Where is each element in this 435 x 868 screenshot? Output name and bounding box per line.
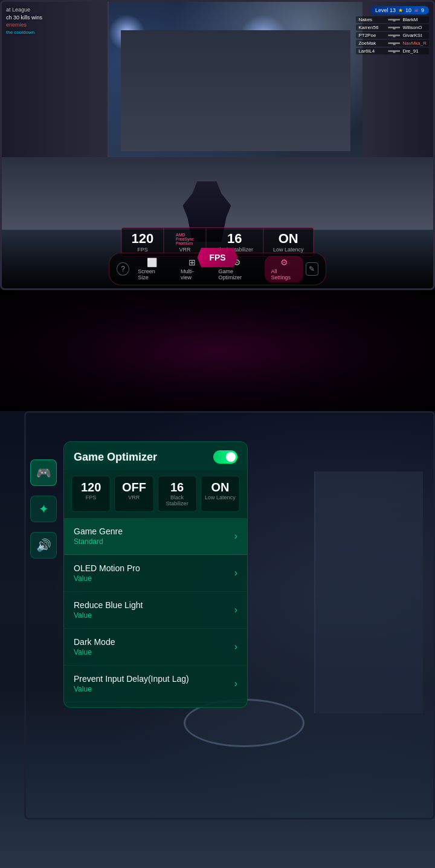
oled-motion-pro-name: OLED Motion Pro (74, 563, 140, 573)
screen-size-label: Screen Size (138, 268, 166, 280)
qs-fps: 120 FPS (71, 476, 111, 512)
menu-item-dark-mode[interactable]: Dark Mode Value › (64, 629, 247, 666)
bottom-game-section: 🎮 ✦ 🔊 Game Optimizer 120 FPS OFF VRR 16 … (0, 411, 435, 868)
qs-vrr: OFF VRR (114, 476, 153, 512)
score-row: Karren56 WillsonO (356, 24, 429, 31)
latency-label: Low Latency (273, 247, 304, 253)
menu-item-reduce-blue-light[interactable]: Reduce Blue Light Value › (64, 592, 247, 629)
dark-mode-name: Dark Mode (74, 637, 115, 647)
all-settings-label: All Settings (271, 268, 297, 280)
score-name: Nakes (358, 17, 385, 22)
score-row: Nakes BlarkM (356, 16, 429, 23)
score-kills: WillsonO (402, 25, 422, 30)
score-kills: NavMka_R (402, 40, 427, 46)
menu-section: Game Genre Standard › OLED Motion Pro Va… (64, 518, 247, 707)
score-name: ZoeMak (358, 40, 385, 46)
level-badge: Level 13 ★ 10 ☠ 9 (370, 6, 429, 15)
vrr-brand: AMDFreeSyncPremium (176, 233, 194, 245)
qs-black-stabilizer: 16 Black Stabilizer (158, 476, 197, 512)
score-kills: Dre_91 (402, 48, 418, 54)
dark-mode-chevron: › (234, 641, 237, 652)
qs-ll-label: Low Latency (204, 494, 237, 500)
oled-motion-pro-value: Value (74, 574, 140, 583)
sidebar-settings-icon[interactable]: ✦ (30, 496, 57, 522)
screen-size-icon: ⬜ (147, 257, 157, 267)
oled-motion-pro-chevron: › (234, 568, 237, 578)
dark-mode-value: Value (74, 648, 115, 656)
screen-size-button[interactable]: ⬜ Screen Size (132, 256, 172, 282)
multiview-label: Multi-view (181, 268, 204, 280)
menu-item-game-genre[interactable]: Game Genre Standard › (64, 518, 247, 555)
sidebar-volume-icon[interactable]: 🔊 (30, 532, 57, 559)
fps-stat: 120 FPS (121, 228, 164, 256)
qs-vrr-label: VRR (117, 494, 150, 500)
score-name: Karren56 (358, 25, 385, 30)
top-game-section: at League ch 30 kills wins enemies the c… (0, 0, 435, 290)
game-genre-chevron: › (234, 531, 237, 542)
qs-fps-label: FPS (74, 494, 108, 500)
menu-item-prevent-input-delay[interactable]: Prevent Input Delay(Input Lag) Value › (64, 666, 247, 702)
middle-divider (0, 290, 435, 411)
all-settings-button[interactable]: ⚙ All Settings (265, 256, 303, 282)
menu-item-oled-left: OLED Motion Pro Value (74, 563, 140, 583)
optimizer-panel: Game Optimizer 120 FPS OFF VRR 16 Black … (63, 441, 248, 708)
cooldown-text: the cooldown (6, 29, 42, 36)
game-genre-value: Standard (74, 537, 123, 546)
scoreboard: Nakes BlarkM Karren56 WillsonO PT2Poe Gi… (356, 16, 429, 54)
score-kills: GivarKSt (402, 33, 422, 38)
bs-value: 16 (227, 232, 242, 245)
sidebar: 🎮 ✦ 🔊 (30, 459, 57, 559)
all-settings-icon: ⚙ (280, 257, 288, 267)
star-icon: ★ (398, 7, 403, 13)
skull-icon: ☠ (414, 7, 419, 13)
menu-item-rbl-left: Reduce Blue Light Value (74, 600, 143, 620)
fps-center-badge: FPS (197, 248, 237, 267)
gun-icon (388, 26, 400, 30)
gun-icon (388, 18, 400, 22)
skull-count: 9 (421, 7, 424, 13)
game-genre-name: Game Genre (74, 526, 123, 536)
vrr-label: VRR (179, 247, 190, 253)
score-kills: BlarkM (402, 17, 417, 22)
qs-low-latency: ON Low Latency (201, 476, 240, 512)
prevent-input-delay-chevron: › (234, 678, 237, 689)
league-text: at League (6, 6, 42, 14)
sidebar-gamepad-icon[interactable]: 🎮 (30, 459, 57, 486)
kills-text: ch 30 kills wins (6, 14, 42, 22)
reduce-blue-light-name: Reduce Blue Light (74, 600, 143, 610)
qs-ll-value: ON (204, 481, 237, 493)
score-row: PT2Poe GivarKSt (356, 32, 429, 39)
score-row: Lar6lL4 Dre_91 (356, 48, 429, 54)
menu-item-dm-left: Dark Mode Value (74, 637, 115, 656)
gun-icon (388, 50, 400, 53)
edit-button[interactable]: ✎ (306, 262, 318, 276)
qs-bs-label: Black Stabilizer (161, 494, 194, 507)
quick-stats-row: 120 FPS OFF VRR 16 Black Stabilizer ON L… (71, 476, 240, 512)
score-name: Lar6lL4 (358, 48, 385, 54)
star-count: 10 (405, 7, 411, 13)
level-text: Level 13 (375, 7, 396, 13)
qs-bs-value: 16 (161, 481, 194, 493)
qs-fps-value: 120 (74, 481, 108, 493)
game-optimizer-toolbar-label: Game Optimizer (218, 268, 256, 280)
panel-header: Game Optimizer (64, 442, 247, 470)
latency-stat: ON Low Latency (263, 228, 314, 256)
menu-item-oled-motion-pro[interactable]: OLED Motion Pro Value › (64, 555, 247, 592)
architecture-right (314, 471, 423, 713)
score-row: ZoeMak NavMka_R (356, 40, 429, 47)
prevent-input-delay-name: Prevent Input Delay(Input Lag) (74, 674, 189, 684)
qs-vrr-value: OFF (117, 481, 150, 493)
fps-label: FPS (137, 247, 148, 253)
menu-item-game-genre-left: Game Genre Standard (74, 526, 123, 546)
enemies-text: enemies (6, 21, 42, 29)
hud-right-panel: Level 13 ★ 10 ☠ 9 Nakes BlarkM Karren56 … (356, 6, 429, 54)
reduce-blue-light-chevron: › (234, 604, 237, 615)
gun-icon (388, 42, 400, 45)
gun-icon (388, 34, 400, 37)
panel-title: Game Optimizer (74, 451, 157, 464)
menu-item-pid-left: Prevent Input Delay(Input Lag) Value (74, 674, 189, 693)
power-toggle[interactable] (213, 450, 237, 464)
help-button[interactable]: ? (117, 262, 129, 276)
reduce-blue-light-value: Value (74, 611, 143, 620)
score-name: PT2Poe (358, 33, 385, 38)
